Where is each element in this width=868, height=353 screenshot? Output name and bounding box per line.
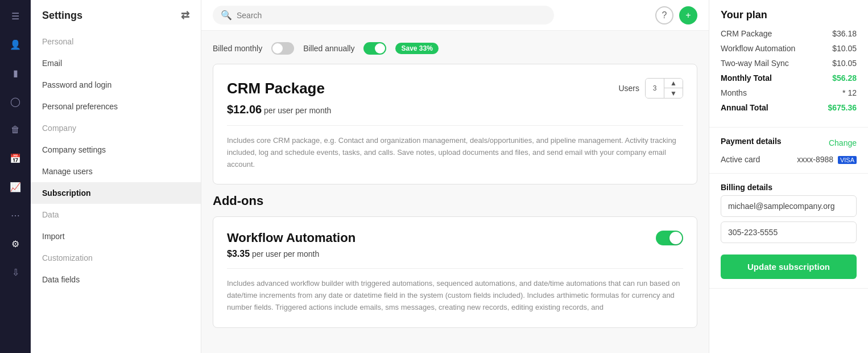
sidebar-item-data-fields[interactable]: Data fields: [31, 269, 201, 290]
addons-section-title: Add-ons: [213, 194, 697, 208]
import-icon[interactable]: ⇩: [6, 263, 24, 281]
help-button[interactable]: ?: [655, 6, 673, 24]
users-value: 3: [646, 79, 664, 98]
addon-description: Includes advanced workflow builder with …: [227, 278, 683, 313]
billed-monthly-label: Billed monthly: [213, 44, 262, 53]
book-icon[interactable]: ☰: [6, 7, 24, 25]
billing-email-input[interactable]: [721, 195, 857, 217]
search-bar[interactable]: 🔍: [213, 6, 554, 24]
plan-row-crm: CRM Package $36.18: [721, 29, 857, 38]
annually-toggle[interactable]: [363, 42, 386, 55]
crm-card-header: CRM Package Users 3 ▲ ▼: [227, 78, 683, 98]
calendar-icon[interactable]: 📅: [6, 149, 24, 167]
sidebar-item-data: Data: [31, 204, 201, 225]
billed-annually-label: Billed annually: [303, 44, 354, 53]
circle-icon[interactable]: ◯: [6, 92, 24, 110]
update-subscription-button[interactable]: Update subscription: [721, 255, 857, 279]
users-decrement-button[interactable]: ▼: [664, 88, 683, 98]
search-input[interactable]: [237, 11, 546, 20]
monthly-toggle[interactable]: [271, 42, 294, 55]
sidebar-item-company: Company: [31, 117, 201, 139]
chart-icon[interactable]: ▮: [6, 64, 24, 82]
addon-price: $3.35 per user per month: [227, 249, 683, 259]
icon-bar: ☰ 👤 ▮ ◯ 🗑 📅 📈 ⋯ ⚙ ⇩: [0, 0, 31, 353]
sidebar-item-subscription[interactable]: Subscription: [31, 182, 201, 204]
workflow-automation-card: Workflow Automation $3.35 per user per m…: [213, 216, 697, 327]
billing-details-section: Billing details Update subscription: [709, 174, 868, 289]
sidebar-header: Settings ⇄: [31, 0, 201, 31]
subscription-content: Billed monthly Billed annually Save 33% …: [201, 31, 709, 353]
trending-icon[interactable]: 📈: [6, 178, 24, 196]
payment-details-label: Payment details: [721, 137, 782, 146]
sidebar-item-company-settings[interactable]: Company settings: [31, 139, 201, 161]
users-label: Users: [618, 84, 639, 93]
users-increment-button[interactable]: ▲: [664, 79, 683, 88]
plan-row-monthly-total: Monthly Total $56.28: [721, 73, 857, 83]
crm-package-title: CRM Package: [227, 80, 325, 97]
sidebar-item-password-login[interactable]: Password and login: [31, 74, 201, 96]
save-badge: Save 33%: [395, 43, 438, 54]
plan-row-annual-total: Annual Total $675.36: [721, 103, 857, 112]
sidebar-item-personal: Personal: [31, 31, 201, 52]
addon-title: Workflow Automation: [227, 231, 356, 245]
change-link[interactable]: Change: [829, 138, 857, 147]
transfer-icon[interactable]: ⇄: [181, 9, 189, 22]
right-panel: Your plan CRM Package $36.18 Workflow Au…: [709, 0, 868, 353]
sidebar: Settings ⇄ Personal Email Password and l…: [31, 0, 201, 353]
sidebar-item-manage-users[interactable]: Manage users: [31, 161, 201, 182]
billing-details-label: Billing details: [721, 183, 857, 192]
active-card-row: Active card xxxx-8988 VISA: [721, 155, 857, 164]
users-control: Users 3 ▲ ▼: [618, 78, 683, 98]
header-icons: ? +: [655, 6, 697, 24]
gear-icon[interactable]: ⚙: [6, 235, 24, 253]
more-icon[interactable]: ⋯: [6, 206, 24, 224]
sidebar-item-personal-preferences[interactable]: Personal preferences: [31, 96, 201, 117]
sidebar-item-import[interactable]: Import: [31, 225, 201, 247]
addon-header: Workflow Automation: [227, 231, 683, 245]
plan-row-mail-sync: Two-way Mail Sync $10.05: [721, 59, 857, 68]
plan-row-months: Months * 12: [721, 88, 857, 97]
your-plan-section: Your plan CRM Package $36.18 Workflow Au…: [709, 0, 868, 128]
users-stepper: 3 ▲ ▼: [645, 78, 683, 98]
active-card-value: xxxx-8988 VISA: [797, 155, 857, 164]
main-header: 🔍 ? +: [201, 0, 709, 31]
workflow-toggle[interactable]: [656, 231, 683, 245]
trash-icon[interactable]: 🗑: [6, 121, 24, 139]
your-plan-title: Your plan: [721, 9, 857, 21]
main-content-area: 🔍 ? + Billed monthly Billed annually: [201, 0, 709, 353]
crm-package-card: CRM Package Users 3 ▲ ▼ $12.06 per: [213, 64, 697, 184]
billing-phone-input[interactable]: [721, 221, 857, 243]
sidebar-item-customization: Customization: [31, 247, 201, 269]
crm-description: Includes core CRM package, e.g. Contact …: [227, 135, 683, 170]
payment-details-section: Payment details Change Active card xxxx-…: [709, 128, 868, 174]
sidebar-item-email[interactable]: Email: [31, 52, 201, 74]
search-icon: 🔍: [221, 10, 232, 20]
add-button[interactable]: +: [679, 6, 697, 24]
add-icon: +: [685, 10, 691, 20]
contacts-icon[interactable]: 👤: [6, 35, 24, 54]
card-brand: VISA: [838, 156, 857, 164]
sidebar-title: Settings: [42, 10, 82, 22]
active-card-label: Active card: [721, 155, 760, 164]
help-icon: ?: [662, 10, 667, 20]
plan-row-workflow: Workflow Automation $10.05: [721, 44, 857, 53]
crm-price: $12.06 per user per month: [227, 103, 683, 116]
billing-toggle-bar: Billed monthly Billed annually Save 33%: [213, 42, 697, 55]
